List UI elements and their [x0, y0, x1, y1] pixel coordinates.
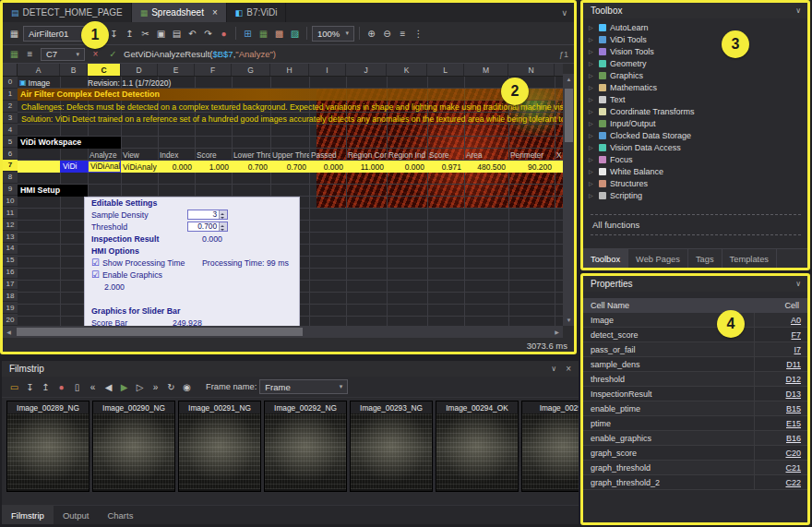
row-header[interactable]: 8 [3, 172, 18, 184]
filmstrip-thumbnail[interactable]: Image_00294_OK [436, 401, 519, 492]
zoom-selector[interactable]: 100% ▾ [312, 26, 354, 42]
tab-b7-vidi[interactable]: ◧ B7:ViDi [227, 3, 287, 22]
expander-icon[interactable]: ▷ [589, 60, 595, 66]
column-header[interactable]: N [508, 64, 555, 76]
toolbox-item-vidi-tools[interactable]: ▷ ViDi Tools [589, 33, 808, 45]
expander-icon[interactable]: ▷ [589, 144, 595, 150]
page-icon[interactable]: ▯ [70, 379, 84, 394]
column-header[interactable]: F [195, 64, 232, 76]
save-image-icon[interactable]: ↧ [23, 379, 37, 394]
toolbox-item-autolearn[interactable]: ▷ AutoLearn [589, 21, 808, 33]
close-panel-icon[interactable]: × [566, 364, 571, 374]
tab-list-chevron-icon[interactable]: ∨ [554, 8, 575, 18]
record-icon[interactable]: ● [54, 379, 68, 394]
expander-icon[interactable]: ▷ [589, 96, 595, 102]
format-cells-icon[interactable]: ▩ [272, 26, 286, 41]
threshold-input[interactable]: 0.700 [187, 222, 228, 232]
bottom-tab-output[interactable]: Output [54, 506, 99, 524]
toolbox-item-text[interactable]: ▷ Text [589, 93, 808, 105]
scroll-left-icon[interactable]: ◀ [3, 329, 15, 335]
bottom-tab-filmstrip[interactable]: Filmstrip [2, 506, 54, 524]
row-header[interactable]: 17 [3, 279, 18, 291]
property-cell-link[interactable]: D13 [754, 387, 808, 401]
import-icon[interactable]: ↧ [107, 26, 121, 41]
frame-selector[interactable]: Frame ▾ [259, 379, 348, 394]
first-frame-icon[interactable]: « [86, 379, 100, 394]
all-functions-link[interactable]: All functions [591, 214, 801, 235]
row-header[interactable]: 11 [3, 207, 18, 219]
vertical-scroll-thumb[interactable] [565, 89, 573, 142]
column-header[interactable]: C [88, 64, 121, 76]
expander-icon[interactable]: ▷ [589, 84, 595, 90]
scroll-right-icon[interactable]: ▶ [551, 329, 563, 335]
export-icon[interactable]: ↥ [123, 26, 137, 41]
row-header[interactable]: 0 [3, 77, 18, 89]
property-cell-link[interactable]: A0 [754, 313, 808, 327]
result-value-cell[interactable]: 0.000 [158, 162, 195, 172]
open-image-icon[interactable]: ▭ [7, 379, 21, 394]
result-value-cell[interactable]: 11.000 [346, 162, 387, 172]
toolbox-item-vision-data-access[interactable]: ▷ Vision Data Access [589, 141, 808, 153]
cell-c7-analyze-selected[interactable]: ViDiAnal [88, 161, 121, 173]
toolbox-tab-templates[interactable]: Templates [722, 249, 777, 269]
accept-formula-icon[interactable]: ✓ [106, 47, 120, 62]
cell-b7-vidi[interactable]: ViDi [60, 161, 88, 173]
column-header[interactable]: M [464, 64, 508, 76]
challenges-cell[interactable]: Challenges: Defects must be detected on … [18, 102, 563, 112]
property-cell-link[interactable]: C22 [754, 475, 808, 489]
sheet-view-icon[interactable]: ▦ [7, 47, 21, 62]
expander-icon[interactable]: ▷ [589, 48, 595, 54]
toolbox-tab-toolbox[interactable]: Toolbox [583, 249, 628, 269]
toolbox-item-focus[interactable]: ▷ Focus [589, 153, 808, 165]
property-cell-link[interactable]: C20 [754, 446, 808, 460]
expander-icon[interactable]: ▷ [589, 24, 595, 30]
select-all-corner[interactable] [3, 64, 18, 76]
collapse-chevron-icon[interactable]: ∨ [795, 6, 801, 15]
property-row[interactable]: enable_ptime B15 [583, 401, 808, 416]
toolbox-item-graphics[interactable]: ▷ Graphics [589, 69, 808, 81]
column-header[interactable]: D [121, 64, 158, 76]
expander-icon[interactable]: ▷ [589, 168, 595, 174]
filmstrip-thumbnail[interactable]: Image_00293_NG [350, 401, 433, 492]
column-header[interactable]: A [18, 64, 60, 76]
property-row[interactable]: sample_dens D11 [583, 357, 808, 372]
cut-icon[interactable]: ✂ [138, 26, 152, 41]
step-frame-icon[interactable]: ▷ [133, 379, 147, 394]
property-row[interactable]: pass_or_fail I7 [583, 342, 808, 357]
property-cell-link[interactable]: F7 [754, 328, 808, 341]
property-row[interactable]: ptime E15 [583, 416, 808, 431]
row-header[interactable]: 19 [3, 302, 18, 314]
column-header[interactable]: J [346, 64, 387, 76]
property-cell-link[interactable]: E15 [754, 416, 808, 430]
column-header[interactable]: G [232, 64, 270, 76]
result-value-cell[interactable]: 0.700 [232, 162, 270, 172]
column-header[interactable]: H [270, 64, 309, 76]
row-header[interactable]: 7 [3, 160, 18, 172]
undo-icon[interactable]: ↶ [185, 26, 199, 41]
row-header[interactable]: 16 [3, 267, 18, 279]
row-header[interactable]: 20 [3, 314, 18, 326]
toolbox-tab-web-pages[interactable]: Web Pages [628, 249, 688, 269]
row-header[interactable]: 3 [3, 113, 18, 125]
expander-icon[interactable]: ▷ [589, 108, 595, 114]
property-row[interactable]: graph_threshold C21 [583, 461, 808, 475]
column-header[interactable]: E [158, 64, 195, 76]
last-frame-icon[interactable]: » [149, 379, 162, 394]
property-cell-link[interactable]: D12 [754, 372, 808, 386]
result-value-cell[interactable]: 90.200 [508, 162, 555, 172]
enable-graphics-checkbox[interactable]: ☑ [91, 269, 100, 281]
property-row[interactable]: enable_graphics B16 [583, 431, 808, 446]
insert-table-icon[interactable]: ⊞ [241, 26, 255, 41]
chart-icon[interactable]: ▦ [257, 26, 270, 41]
property-cell-link[interactable]: I7 [754, 342, 808, 356]
scroll-down-icon[interactable]: ▼ [567, 315, 572, 326]
result-value-cell[interactable]: 0.971 [427, 162, 464, 172]
row-header[interactable]: 5 [3, 136, 18, 148]
list-view-icon[interactable]: ≡ [23, 47, 37, 62]
row-header[interactable]: 10 [3, 196, 18, 208]
expander-icon[interactable]: ▷ [589, 72, 595, 78]
row-header[interactable]: 6 [3, 148, 18, 160]
toolbox-item-geometry[interactable]: ▷ Geometry [589, 57, 808, 69]
collapse-chevron-icon[interactable]: ∨ [551, 365, 556, 373]
spinner-arrows[interactable] [219, 210, 227, 219]
